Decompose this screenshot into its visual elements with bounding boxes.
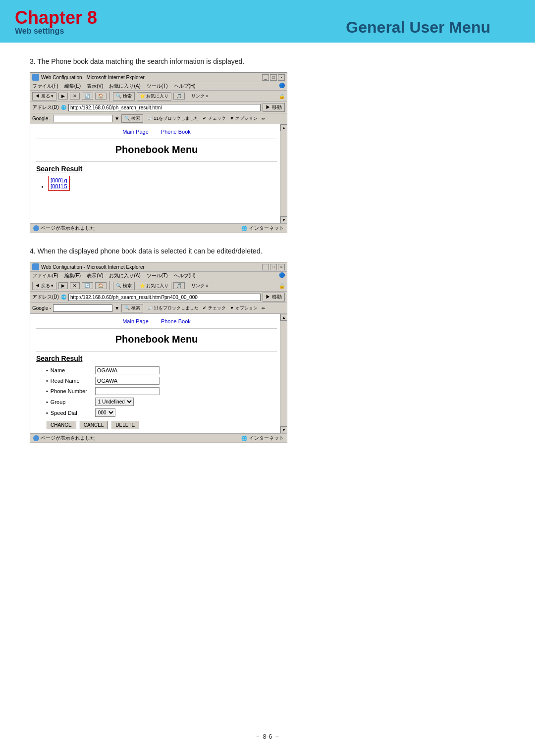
hr-1 <box>36 161 277 162</box>
address-input-2[interactable] <box>68 294 261 301</box>
menu-fav-2[interactable]: お気に入り(A) <box>109 272 140 279</box>
go-button-1[interactable]: ▶ 移動 <box>263 103 285 112</box>
browser-title-text-1: Web Configuration - Microsoft Internet E… <box>41 75 145 80</box>
form-row-name: • Name <box>46 366 277 374</box>
nav-phone-book-2[interactable]: Phone Book <box>161 318 191 324</box>
menu-edit-2[interactable]: 編集(E) <box>64 272 81 279</box>
search-result-heading-2: Search Result <box>36 354 277 362</box>
delete-button[interactable]: DELETE <box>111 421 139 429</box>
search-button-2[interactable]: 🔍 検索 <box>113 282 135 290</box>
scroll-down-2[interactable]: ▼ <box>280 426 287 433</box>
select-speeddial[interactable]: 000 <box>95 408 115 417</box>
home-button-2[interactable]: 🏠 <box>95 282 107 289</box>
scrollbar-1[interactable]: ▲ ▼ <box>280 124 287 223</box>
search-result-list-1: [000] g [001] 5 <box>36 176 277 191</box>
menu-fav-1[interactable]: お気に入り(A) <box>109 83 140 90</box>
close-button-1[interactable]: × <box>278 74 285 81</box>
menu-view-2[interactable]: 表示(V) <box>87 272 103 279</box>
status-right-2: 🌐 インターネット <box>241 435 284 442</box>
result-link-1a[interactable]: [000] g <box>51 177 67 183</box>
status-left-2: ページが表示されました <box>33 435 95 442</box>
browser-title-text-2: Web Configuration - Microsoft Internet E… <box>41 264 145 270</box>
status-text-1: ページが表示されました <box>41 225 95 232</box>
form-row-speeddial: • Speed Dial 000 <box>46 408 277 417</box>
google-search-btn-2[interactable]: 🔍 検索 <box>121 304 143 312</box>
form-row-group: • Group 1 Undefined <box>46 398 277 406</box>
form-row-readname: • Read Name <box>46 377 277 385</box>
forward-button-2[interactable]: ▶ <box>58 282 68 289</box>
google-bar-2: Google - ▼ 🔍 検索 📰 11をブロックしました ✔ チェック ▼ オ… <box>30 303 287 314</box>
status-left-1: ページが表示されました <box>33 225 95 232</box>
browser-statusbar-1: ページが表示されました 🌐 インターネット <box>30 223 287 233</box>
home-button-1[interactable]: 🏠 <box>95 93 107 100</box>
scroll-down-1[interactable]: ▼ <box>280 216 287 223</box>
search-button-1[interactable]: 🔍 検索 <box>113 92 135 101</box>
media-button-1[interactable]: 🎵 <box>173 93 185 100</box>
maximize-button-1[interactable]: □ <box>270 74 277 81</box>
menu-help-2[interactable]: ヘルプ(H) <box>174 272 196 279</box>
go-button-2[interactable]: ▶ 移動 <box>263 293 285 302</box>
main-content: 3. The Phone book data matching the sear… <box>0 43 535 472</box>
internet-icon-2: 🌐 <box>241 436 247 441</box>
close-button-2[interactable]: × <box>278 264 285 270</box>
scroll-up-2[interactable]: ▲ <box>280 314 287 321</box>
stop-button-1[interactable]: ✕ <box>70 93 80 100</box>
input-name[interactable] <box>95 366 160 374</box>
scroll-up-1[interactable]: ▲ <box>280 124 287 131</box>
back-button-1[interactable]: ◀ 戻る ▾ <box>32 92 56 101</box>
minimize-button-2[interactable]: _ <box>262 264 269 270</box>
maximize-button-2[interactable]: □ <box>270 264 277 270</box>
address-bar-2: アドレス(D) 🌐 ▶ 移動 <box>30 292 287 303</box>
google-label-2: Google - <box>32 305 51 311</box>
refresh-button-1[interactable]: 🔄 <box>82 93 93 100</box>
menu-file-2[interactable]: ファイル(F) <box>32 272 58 279</box>
address-icon-1: 🌐 <box>61 105 66 110</box>
search-result-heading-1: Search Result <box>36 165 277 173</box>
scrollbar-2[interactable]: ▲ ▼ <box>280 314 287 433</box>
label-speeddial: Speed Dial <box>51 410 95 416</box>
menu-edit-1[interactable]: 編集(E) <box>64 83 81 90</box>
nav-main-page-2[interactable]: Main Page <box>122 318 149 324</box>
menu-tools-2[interactable]: ツール(T) <box>147 272 168 279</box>
status-text-2: ページが表示されました <box>41 435 95 442</box>
media-button-2[interactable]: 🎵 <box>173 282 185 289</box>
label-group: Group <box>51 399 95 405</box>
option-text-1: ▼ オプション <box>230 115 258 122</box>
toolbar-icon-1: 🔒 <box>279 94 285 99</box>
bullet-group: • <box>46 399 48 405</box>
forward-button-1[interactable]: ▶ <box>58 93 68 100</box>
internet-text-2: インターネット <box>249 435 284 442</box>
back-button-2[interactable]: ◀ 戻る ▾ <box>32 282 56 290</box>
nav-phone-book-1[interactable]: Phone Book <box>161 129 191 135</box>
list-item-1: [000] g [001] 5 <box>48 176 277 191</box>
address-label-2: アドレス(D) <box>32 294 59 301</box>
address-input-1[interactable] <box>68 104 261 111</box>
google-input-1[interactable] <box>53 115 112 122</box>
google-search-btn-1[interactable]: 🔍 検索 <box>121 114 143 123</box>
links-label-2: リンク » <box>191 283 209 289</box>
favorites-button-2[interactable]: ⭐ お気に入り <box>137 282 172 290</box>
nav-main-page-1[interactable]: Main Page <box>122 129 149 135</box>
menu-view-1[interactable]: 表示(V) <box>87 83 103 90</box>
menu-tools-1[interactable]: ツール(T) <box>147 83 168 90</box>
change-button[interactable]: CHANGE <box>46 421 76 429</box>
form-buttons: CHANGE CANCEL DELETE <box>46 421 277 429</box>
stop-button-2[interactable]: ✕ <box>70 282 80 289</box>
input-phone[interactable] <box>95 387 160 395</box>
result-link-1b[interactable]: [001] 5 <box>51 183 67 189</box>
label-name: Name <box>51 367 95 373</box>
status-icon-1 <box>33 225 39 231</box>
cancel-button[interactable]: CANCEL <box>79 421 108 429</box>
select-group[interactable]: 1 Undefined <box>95 398 134 406</box>
menu-help-1[interactable]: ヘルプ(H) <box>174 83 196 90</box>
menu-file-1[interactable]: ファイル(F) <box>32 83 58 90</box>
google-input-2[interactable] <box>53 304 112 312</box>
bullet-readname: • <box>46 378 48 384</box>
favorites-button-1[interactable]: ⭐ お気に入り <box>137 92 172 101</box>
refresh-button-2[interactable]: 🔄 <box>82 282 93 289</box>
address-bar-1: アドレス(D) 🌐 ▶ 移動 <box>30 102 287 113</box>
toolbar-sep2-1 <box>188 92 188 101</box>
check-text-1: ✔ チェック <box>203 115 226 122</box>
minimize-button-1[interactable]: _ <box>262 74 269 81</box>
input-readname[interactable] <box>95 377 160 385</box>
